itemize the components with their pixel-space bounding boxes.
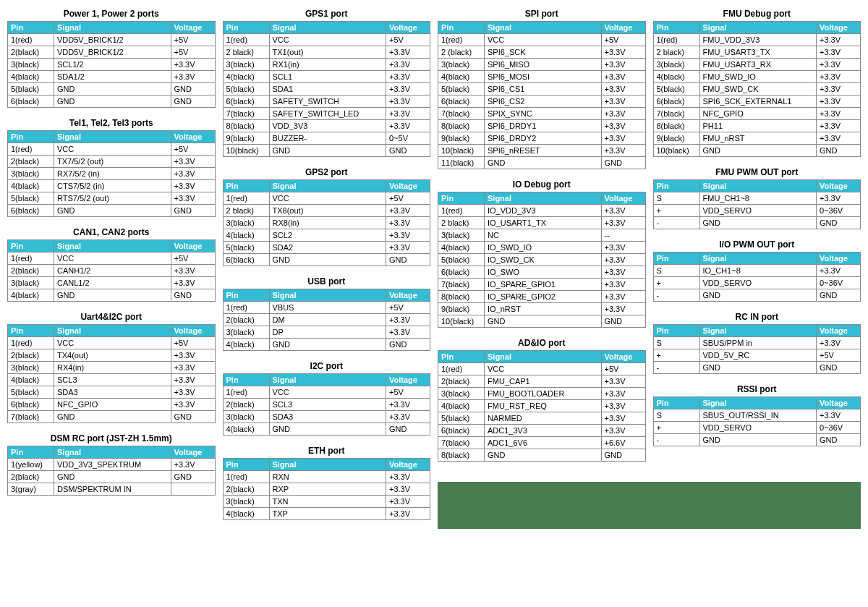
cell: DSM/SPEKTRUM IN: [54, 483, 171, 496]
cell: +3.3V: [817, 132, 861, 145]
section-dsm: DSM RC port (JST-ZH 1.5mm)PinSignalVolta…: [7, 432, 216, 496]
header-pin: Pin: [8, 325, 54, 337]
cell: +5V: [171, 46, 215, 59]
cell: +5V: [386, 302, 430, 314]
cell: GND: [171, 95, 215, 108]
table-i2c: PinSignalVoltage1(red)VCC+5V2(black)SCL3…: [223, 373, 431, 436]
cell: 4(black): [223, 423, 269, 436]
table-row: 4(black)GNDGND: [223, 423, 430, 436]
cell: 6(black): [653, 95, 699, 108]
cell: 1(red): [223, 34, 269, 46]
cell: +3.3V: [817, 265, 861, 277]
table-row: 2(black)VDD5V_BRICK1/2+5V: [8, 46, 216, 59]
table-row: 5(black)FMU_SWD_CK+3.3V: [653, 83, 861, 95]
cell: +5V: [386, 386, 430, 399]
cell: 3(black): [8, 362, 54, 374]
table-row: 2(black)RXP+3.3V: [223, 483, 430, 496]
table-row: 4(black)FMU_SWD_IO+3.3V: [653, 71, 861, 83]
cell: 3(black): [653, 59, 699, 71]
section-adio: AD&IO portPinSignalVoltage1(red)VCC+5V2(…: [438, 336, 646, 462]
table-row: 4(black)IO_SWD_IO+3.3V: [438, 242, 646, 254]
cell: 3(black): [438, 388, 485, 400]
cell: +3.3V: [601, 291, 645, 303]
cell: 4(black): [438, 400, 485, 412]
cell: -: [653, 434, 699, 446]
cell: SCL1/2: [54, 59, 171, 71]
cell: VDD_5V_RC: [699, 349, 817, 362]
cell: 1(red): [223, 192, 269, 205]
table-tel: PinSignalVoltage1(red)VCC+5V2(black)TX7/…: [7, 130, 216, 217]
header-voltage: Voltage: [817, 22, 861, 34]
cell: 5(black): [8, 192, 54, 205]
cell: 4(black): [8, 71, 54, 83]
cell: RTS7/5/2 (out): [54, 192, 171, 205]
cell: SBUS/PPM in: [699, 337, 817, 349]
cell: IO_USART1_TX: [485, 217, 602, 229]
cell: TX4(out): [54, 349, 171, 362]
table-row: 9(black)IO_nRST+3.3V: [438, 303, 646, 315]
cell: +3.3V: [171, 349, 215, 362]
cell: 6(black): [8, 95, 54, 108]
cell: 0~36V: [817, 422, 861, 434]
header-voltage: Voltage: [171, 240, 215, 252]
table-row: 4(black)TXP+3.3V: [223, 508, 430, 520]
cell: TX8(out): [269, 205, 386, 217]
cell: 3(black): [8, 59, 54, 71]
cell: 11(black): [438, 157, 485, 169]
cell: GND: [386, 145, 430, 157]
cell: VDD_SERVO: [699, 422, 817, 434]
table-row: 3(black)SCL1/2+3.3V: [8, 59, 216, 71]
title-iodebug: IO Debug port: [438, 178, 646, 192]
cell: S: [653, 409, 699, 422]
header-signal: Signal: [269, 180, 386, 192]
table-row: 1(red)VDD5V_BRICK1/2+5V: [8, 34, 216, 46]
table-row: 3(black)SDA3+3.3V: [223, 411, 430, 423]
table-row: 3(black)TXN+3.3V: [223, 496, 430, 508]
cell: 5(black): [8, 83, 54, 95]
cell: 8(black): [438, 449, 485, 462]
table-row: 1(red)VCC+5V: [8, 337, 216, 349]
cell: +3.3V: [817, 71, 861, 83]
cell: 1(red): [8, 337, 54, 349]
cell: SDA3: [269, 411, 386, 423]
cell: +3.3V: [171, 265, 215, 277]
cell: 2 black): [223, 205, 269, 217]
cell: FMU_CH1~8: [699, 192, 817, 205]
cell: FMU_CAP1: [485, 375, 602, 388]
table-row: 11(black)GNDGND: [438, 157, 646, 169]
cell: NC: [485, 229, 602, 242]
cell: +3.3V: [386, 108, 430, 120]
title-spi: SPI port: [438, 7, 646, 21]
cell: SPI6_nRESET: [485, 145, 602, 157]
cell: 2 black): [653, 46, 699, 59]
cell: FMU_SWD_CK: [699, 83, 817, 95]
cell: IO_SWO: [485, 266, 602, 279]
cell: GND: [817, 434, 861, 446]
cell: 5(black): [653, 83, 699, 95]
cell: 4(black): [8, 180, 54, 192]
cell: GND: [171, 471, 215, 483]
table-row: 4(black)SCL1+3.3V: [223, 71, 430, 83]
title-iopwm: I/O PWM OUT port: [653, 238, 861, 252]
table-row: 1(red)VCC+5V: [438, 34, 646, 46]
column-1: Power 1, Power 2 portsPinSignalVoltage1(…: [7, 7, 216, 504]
header-voltage: Voltage: [171, 22, 215, 34]
header-pin: Pin: [653, 252, 699, 265]
cell: 2(black): [8, 349, 54, 362]
cell: RX1(in): [269, 59, 386, 71]
cell: SAFETY_SWITCH_LED: [269, 108, 386, 120]
table-row: 2(black)FMU_CAP1+3.3V: [438, 375, 646, 388]
table-row: 1(red)FMU_VDD_3V3+3.3V: [653, 34, 861, 46]
header-voltage: Voltage: [817, 325, 861, 337]
cell: +3.3V: [386, 399, 430, 411]
cell: 4(black): [438, 71, 485, 83]
table-row: 3(black)NC--: [438, 229, 646, 242]
cell: GND: [485, 157, 602, 169]
table-adio: PinSignalVoltage1(red)VCC+5V2(black)FMU_…: [438, 350, 646, 462]
title-gps1: GPS1 port: [223, 7, 431, 21]
table-row: 4(black)FMU_RST_REQ+3.3V: [438, 400, 646, 412]
cell: GND: [171, 411, 215, 423]
cell: 3(black): [8, 277, 54, 289]
header-signal: Signal: [485, 351, 602, 363]
header-signal: Signal: [699, 22, 817, 34]
